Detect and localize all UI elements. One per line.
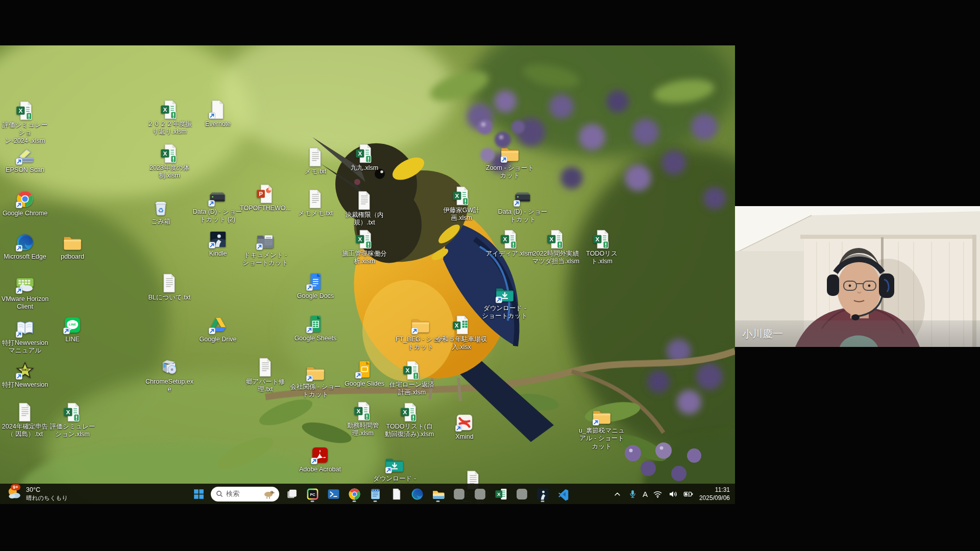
participant-name: 小川慶一 bbox=[735, 320, 980, 347]
desktop-icon-google-sheets[interactable]: Google Sheets bbox=[290, 314, 341, 342]
desktop-icon-kindle[interactable]: Kindle bbox=[192, 229, 243, 258]
desktop-icon-vmware-horizon-client[interactable]: VMware Horizon Client bbox=[0, 274, 51, 311]
pycharm-icon: PC bbox=[306, 487, 320, 501]
svg-text:X: X bbox=[356, 408, 360, 414]
vmware-icon bbox=[14, 274, 36, 295]
desktop-icon-chromesetup-exe[interactable]: ChromeSetup.exe bbox=[144, 357, 195, 394]
desktop-icon-google-chrome[interactable]: Google Chrome bbox=[0, 189, 51, 217]
desktop-icon-todo-xlsm[interactable]: XTODOリスト(自動回復済み).xlsm bbox=[384, 402, 435, 439]
desktop-icon-xlsm[interactable]: X評価シミュレーション.xlsm bbox=[47, 402, 98, 439]
desktop-icon-label: メモメモ.txt bbox=[298, 210, 333, 217]
taskbar-app-chrome[interactable] bbox=[346, 485, 363, 503]
desktop-icon-google-drive[interactable]: Google Drive bbox=[192, 315, 243, 343]
placeholder-icon bbox=[515, 487, 529, 501]
desktop-icon-txt[interactable]: 決裁権限（内規）.txt bbox=[339, 190, 390, 227]
desktop-icon-data-d[interactable]: Data (D) - ショートカット bbox=[497, 187, 548, 224]
desktop-icon-pdboard[interactable]: pdboard bbox=[47, 232, 98, 261]
folderdl-icon bbox=[384, 454, 405, 474]
ime-mode-indicator[interactable]: A bbox=[642, 490, 648, 498]
desktop-icon-item[interactable]: ダウンロード - ショートカット bbox=[479, 284, 530, 320]
battery-icon[interactable] bbox=[682, 488, 694, 500]
desktop-icon-xlsx[interactable]: X令和５年駐車場収入.xlsx bbox=[436, 315, 487, 352]
desktop-icon-newversion[interactable]: 特打Newversion マニュアル bbox=[0, 318, 51, 355]
desktop-icon-data-d-2[interactable]: Data (D) - ショートカット (2) bbox=[192, 187, 243, 224]
desktop-icon-item[interactable]: ♻ごみ箱 bbox=[135, 197, 186, 226]
wifi-icon[interactable] bbox=[652, 488, 664, 500]
microphone-icon[interactable] bbox=[627, 488, 639, 500]
pinned-apps: PCX bbox=[304, 485, 572, 503]
desktop-icon-2024-xlsm[interactable]: X評価シミュレーション-2024-.xlsm bbox=[0, 101, 51, 145]
desktop-icon-2023-xlsm[interactable]: X2023年度の体制.xlsm bbox=[144, 143, 195, 180]
desktop-icon-xlsm[interactable]: X九九.xlsm bbox=[339, 143, 390, 172]
desktop-icon-adobe-acrobat[interactable]: Adobe Acrobat bbox=[295, 445, 346, 473]
desktop-icon-line[interactable]: LINELINE bbox=[47, 315, 98, 343]
desktop-icon-zoom[interactable]: Zoom - ショートカット bbox=[484, 143, 535, 180]
desktop-icon-google-slides[interactable]: Google Slides bbox=[339, 359, 390, 388]
desktop-icon-xlsm[interactable]: X施工管理稼働分析.xlsm bbox=[339, 229, 390, 266]
svg-text:♻: ♻ bbox=[158, 207, 164, 214]
desktop-icon-txt[interactable]: 郷アパート修理.txt bbox=[240, 357, 291, 394]
taskbar-app-excel[interactable]: X bbox=[492, 485, 509, 503]
desktop-icon-google-docs[interactable]: Google Docs bbox=[290, 271, 341, 300]
desktop-icon-2024-txt[interactable]: 2024年確定申告（ 因島）.txt bbox=[0, 402, 51, 439]
weather-widget[interactable]: 9+ 30°C 晴れのちくもり bbox=[6, 484, 68, 504]
desktop-icon-todo-xlsm[interactable]: XTODOリスト.xlsm bbox=[576, 229, 627, 266]
taskbar-app-vscode[interactable] bbox=[555, 485, 572, 503]
desktop-icon-label: ２０２２年度振り返り.xlsm bbox=[144, 120, 195, 136]
desktop-icon-topofthewo[interactable]: PTOPOFTHEWO... bbox=[240, 184, 291, 212]
xmind-icon bbox=[454, 412, 475, 433]
desktop-icon-xlsm[interactable]: X勤務時間管理.xlsm bbox=[337, 401, 388, 438]
desktop-icon-epson-scan[interactable]: EPSON Scan bbox=[0, 145, 51, 174]
desktop-icon-xmind[interactable]: Xmind bbox=[439, 412, 490, 441]
start-button[interactable] bbox=[190, 485, 207, 503]
desktop-icon-xlsm[interactable]: X２０２２年度振り返り.xlsm bbox=[144, 99, 195, 136]
weather-temp: 30°C bbox=[26, 486, 68, 494]
taskbar-app-placeholder-3[interactable] bbox=[513, 485, 530, 503]
desktop-icon-2022-xlsm[interactable]: X2022時間外実績マツダ担当.xlsm bbox=[530, 229, 581, 266]
desktop-icon-label: Microsoft Edge bbox=[4, 253, 46, 261]
desktop-icon-label: 郷アパート修理.txt bbox=[240, 378, 291, 394]
clock-time: 11:31 bbox=[699, 486, 730, 494]
taskbar-app-placeholder-2[interactable] bbox=[471, 485, 488, 503]
desktop-icon-xlsm[interactable]: Xアイディア.xlsm bbox=[484, 229, 535, 258]
taskbar-app-notepad[interactable] bbox=[366, 485, 384, 503]
webcam-tile[interactable]: 小川慶一 bbox=[735, 206, 980, 347]
xlsm-icon: X bbox=[399, 402, 420, 422]
taskbar-app-document[interactable] bbox=[387, 485, 405, 503]
taskbar-app-edge[interactable] bbox=[408, 485, 426, 503]
desktop-icon-label: 住宅ローン返済計画.xlsm bbox=[386, 381, 437, 397]
search-box[interactable]: 検索 bbox=[211, 487, 279, 502]
desktop-icon-txt[interactable]: メモメモ.txt bbox=[290, 189, 341, 217]
taskbar-clock[interactable]: 11:31 2025/09/06 bbox=[699, 486, 730, 502]
svg-text:X: X bbox=[403, 409, 407, 415]
desktop-icon-u[interactable]: u_裏節税マニュアル - ショートカット bbox=[576, 406, 627, 450]
taskbar-app-placeholder-1[interactable] bbox=[450, 485, 468, 503]
task-view-button[interactable] bbox=[283, 485, 300, 503]
taskbar-center: 検索 PCX bbox=[190, 484, 572, 504]
desktop-icon-xlsm[interactable]: X住宅ローン返済計画.xlsm bbox=[386, 360, 437, 397]
taskbar-app-kindle[interactable] bbox=[534, 485, 551, 503]
volume-icon[interactable] bbox=[667, 488, 679, 500]
tray-chevron-up-icon[interactable] bbox=[611, 488, 623, 500]
desktop-icon-label: TODOリスト(自動回復済み).xlsm bbox=[384, 423, 435, 439]
desktop-icon-item[interactable]: 会社関係 - ショートカット bbox=[290, 362, 341, 399]
svg-text:X: X bbox=[455, 192, 459, 199]
desktop-icon-microsoft-edge[interactable]: Microsoft Edge bbox=[0, 232, 51, 261]
desktop-icon-label: Google Drive bbox=[200, 336, 237, 343]
taskbar-app-pycharm[interactable]: PC bbox=[304, 485, 321, 503]
kindle-icon bbox=[536, 487, 550, 501]
desktop-icon-newversion[interactable]: TOKU特打Newversion bbox=[0, 360, 51, 389]
desktop-icon-evernote[interactable]: Evernote bbox=[192, 99, 243, 128]
svg-text:X: X bbox=[595, 236, 599, 242]
folder-icon bbox=[410, 315, 431, 335]
taskbar-app-powershell[interactable] bbox=[325, 485, 342, 503]
blankdoc-icon bbox=[207, 99, 229, 120]
desktop-icon-item[interactable]: ドキュメント - ショートカット bbox=[240, 231, 291, 267]
desktop-icon-gw-xlsm[interactable]: X伊藤家GW計画.xlsm bbox=[436, 186, 487, 222]
desktop-icon-label: Google Docs bbox=[297, 292, 334, 300]
taskbar-app-explorer[interactable] bbox=[429, 485, 447, 503]
desktop-icon-label: 施工管理稼働分析.xlsm bbox=[339, 250, 390, 266]
svg-text:LINE: LINE bbox=[69, 322, 76, 326]
desktop-icon-txt[interactable]: メモ.txt bbox=[290, 147, 341, 176]
desktop-icon-bl-txt[interactable]: BLについて.txt bbox=[144, 273, 195, 302]
